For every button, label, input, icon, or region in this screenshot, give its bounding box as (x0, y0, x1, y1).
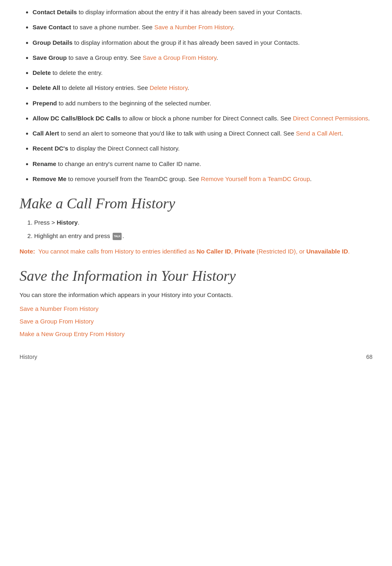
link-remove-yourself-teamdc[interactable]: Remove Yourself from a TeamDC Group (201, 175, 310, 182)
step-1-bold: History (57, 219, 78, 226)
bullet-contact-details: Contact Details to display information a… (33, 7, 372, 17)
text-recent-dcs: to display the Direct Connect call histo… (70, 145, 180, 152)
text-remove-me: to remove yourself from the TeamDC group… (68, 175, 201, 182)
bold-delete-all: Delete All (33, 84, 60, 91)
bold-save-group: Save Group (33, 54, 67, 61)
bullet-prepend: Prepend to add numbers to the beginning … (33, 98, 372, 108)
link-save-group-from-history[interactable]: Save a Group From History (143, 54, 216, 61)
step-1: Press > History. (34, 218, 372, 227)
unavailable-id-bold: Unavailable ID (306, 248, 348, 255)
bullet-allow-dc: Allow DC Calls/Block DC Calls to allow o… (33, 114, 372, 123)
footer: History 68 (20, 354, 372, 360)
bullet-list: Contact Details to display information a… (33, 7, 372, 184)
footer-section-name: History (20, 354, 37, 360)
bullet-group-details: Group Details to display information abo… (33, 38, 372, 47)
text-delete-all: to delete all History entries. See (62, 84, 150, 91)
bold-delete: Delete (33, 69, 51, 76)
bullet-rename: Rename to change an entry's current name… (33, 159, 372, 168)
link-send-call-alert[interactable]: Send a Call Alert (296, 130, 342, 137)
bullet-call-alert: Call Alert to send an alert to someone t… (33, 129, 372, 138)
text-rename: to change an entry's current name to Cal… (58, 160, 201, 167)
note-label: Note: (20, 247, 35, 256)
bold-remove-me: Remove Me (33, 175, 66, 182)
bold-allow-dc: Allow DC Calls/Block DC Calls (33, 115, 121, 122)
text-save-contact: to save a phone number. See (73, 24, 154, 31)
text-allow-dc: to allow or block a phone number for Dir… (122, 115, 293, 122)
link-save-number-toc[interactable]: Save a Number From History (20, 305, 372, 312)
bullet-recent-dcs: Recent DC's to display the Direct Connec… (33, 144, 372, 153)
note-block: Note: You cannot make calls from History… (20, 247, 372, 256)
bullet-delete-all: Delete All to delete all History entries… (33, 83, 372, 92)
link-direct-connect-permissions[interactable]: Direct Connect Permissions (293, 115, 368, 122)
link-make-new-group-toc[interactable]: Make a New Group Entry From History (20, 330, 372, 337)
talk-button-icon (113, 233, 122, 240)
text-contact-details: to display information about the entry i… (78, 9, 302, 15)
bold-save-contact: Save Contact (33, 24, 71, 31)
bold-call-alert: Call Alert (33, 130, 59, 137)
link-delete-history[interactable]: Delete History (150, 84, 187, 91)
link-save-number-from-history[interactable]: Save a Number From History (154, 24, 233, 31)
toc-links: Save a Number From History Save a Group … (20, 305, 372, 337)
text-call-alert: to send an alert to someone that you'd l… (61, 130, 296, 137)
text-prepend: to add numbers to the beginning of the s… (59, 100, 211, 107)
bullet-delete: Delete to delete the entry. (33, 68, 372, 77)
save-info-heading: Save the Information in Your History (20, 267, 372, 284)
bullet-save-contact: Save Contact to save a phone number. See… (33, 22, 372, 32)
bold-group-details: Group Details (33, 39, 72, 46)
bullet-remove-me: Remove Me to remove yourself from the Te… (33, 174, 372, 184)
bold-prepend: Prepend (33, 100, 57, 107)
save-section-intro: You can store the information which appe… (20, 290, 372, 299)
step-2: Highlight an entry and press . (34, 231, 372, 240)
link-save-group-toc[interactable]: Save a Group From History (20, 318, 372, 325)
note-text: You cannot make calls from History to en… (38, 247, 350, 256)
private-bold: Private (235, 248, 255, 255)
text-delete: to delete the entry. (52, 69, 102, 76)
bold-contact-details: Contact Details (33, 9, 77, 15)
bullet-save-group: Save Group to save a Group entry. See Sa… (33, 53, 372, 62)
text-save-group: to save a Group entry. See (68, 54, 142, 61)
footer-page-number: 68 (366, 354, 372, 360)
text-group-details: to display information about the group i… (74, 39, 300, 46)
steps-list: Press > History. Highlight an entry and … (34, 218, 372, 241)
no-caller-id-bold: No Caller ID (196, 248, 231, 255)
bold-recent-dcs: Recent DC's (33, 145, 68, 152)
step-1-text: Press > (34, 219, 57, 226)
step-2-text: Highlight an entry and press (34, 232, 112, 239)
bold-rename: Rename (33, 160, 56, 167)
make-call-heading: Make a Call From History (20, 195, 372, 212)
